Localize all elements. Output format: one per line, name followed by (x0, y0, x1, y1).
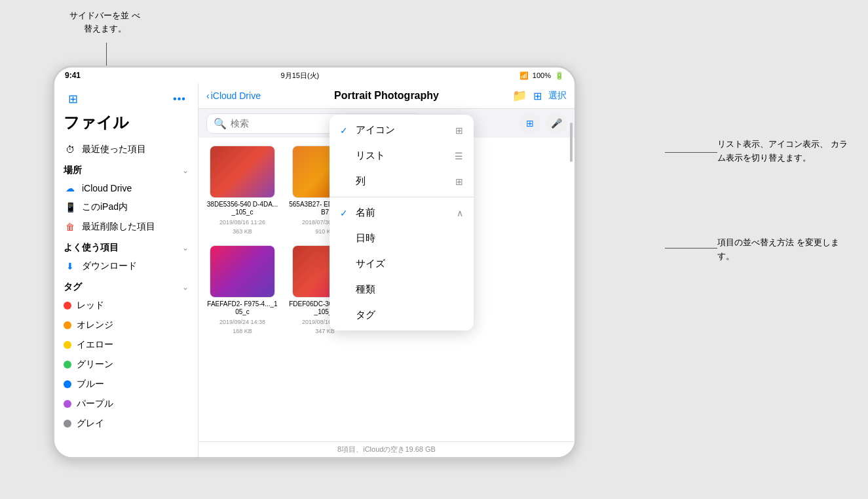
sidebar-tag-blue[interactable]: ブルー (54, 374, 198, 394)
file-item-4[interactable]: FAEFAFD2- F975-4..._105_c 2019/09/24 14:… (206, 245, 278, 334)
dropdown-item-icon-view[interactable]: ✓ アイコン ⊞ (330, 117, 474, 143)
downloads-label: ダウンロード (82, 260, 137, 272)
sidebar-item-icloud[interactable]: ☁ iCloud Drive (54, 179, 198, 197)
select-btn[interactable]: 選択 (548, 90, 567, 102)
favorites-chevron: ⌄ (182, 243, 189, 252)
annotation-line-h3 (665, 248, 717, 249)
dropdown-sort-size[interactable]: サイズ (330, 251, 474, 277)
file-size-5: 347 KB (315, 328, 335, 334)
battery-icon: 100% (533, 71, 551, 79)
tag-green-label: グリーン (77, 359, 113, 370)
nav-title: Portrait Photography (266, 90, 507, 102)
tag-dot-gray (64, 420, 71, 428)
status-right: 📶 100% 🔋 (519, 71, 564, 80)
dropdown-sort-name[interactable]: ✓ 名前 ∧ (330, 200, 474, 226)
main-layout: ⊞ ••• ファイル ⏱ 最近使った項目 場所 ⌄ ☁ iCloud Drive (54, 83, 575, 457)
status-bar: 9:41 9月15日(火) 📶 100% 🔋 (54, 68, 575, 83)
sidebar: ⊞ ••• ファイル ⏱ 最近使った項目 場所 ⌄ ☁ iCloud Drive (54, 83, 198, 457)
list-view-label: リスト (356, 150, 385, 162)
dropdown-item-column-view[interactable]: 列 ⊞ (330, 169, 474, 194)
mic-icon-btn[interactable]: 🎤 (546, 113, 567, 134)
list-view-icon: ☰ (455, 151, 463, 161)
file-date-1: 2019/08/16 11:26 (219, 219, 265, 226)
annotation-line-h2 (665, 152, 717, 153)
battery-bar: 🔋 (555, 71, 564, 80)
dropdown-sort-tag[interactable]: タグ (330, 302, 474, 328)
dropdown-sort-kind[interactable]: 種類 (330, 277, 474, 302)
sidebar-item-recents[interactable]: ⏱ 最近使った項目 (54, 140, 198, 159)
dropdown-sort-date[interactable]: 日時 (330, 226, 474, 251)
icon-view-label: アイコン (356, 124, 395, 136)
tag-red-label: レッド (77, 300, 104, 311)
sidebar-header: ⊞ ••• (54, 83, 198, 111)
trash-label: 最近削除した項目 (82, 221, 155, 233)
sidebar-title: ファイル (54, 111, 198, 140)
sidebar-more-btn[interactable]: ••• (170, 90, 189, 108)
file-date-4: 2019/09/24 14:38 (219, 319, 265, 325)
tag-gray-label: グレイ (77, 418, 104, 429)
file-thumb-4 (210, 245, 275, 298)
tags-chevron: ⌄ (182, 283, 189, 292)
sidebar-tag-red[interactable]: レッド (54, 296, 198, 315)
search-icon: 🔍 (214, 117, 227, 130)
ipad-icon: 📱 (64, 202, 77, 212)
tag-dot-yellow (64, 341, 71, 349)
content-area: ‹ iCloud Drive Portrait Photography 📁 ⊞ … (198, 83, 575, 457)
content-footer: 8項目、iCloudの空き19.68 GB (198, 441, 575, 457)
dropdown-menu: ✓ アイコン ⊞ リスト ☰ (330, 115, 474, 330)
tag-dot-blue (64, 380, 71, 388)
wifi-icon: 📶 (519, 71, 529, 80)
file-item-1[interactable]: 38DE5356-540 D-4DA..._105_c 2019/08/16 1… (206, 146, 278, 235)
dropdown-view-section: ✓ アイコン ⊞ リスト ☰ (330, 115, 474, 197)
file-size-1: 363 KB (233, 228, 252, 235)
file-thumb-1 (210, 146, 275, 198)
sidebar-tag-purple[interactable]: パープル (54, 394, 198, 414)
scrollbar-handle[interactable] (570, 123, 573, 162)
footer-text: 8項目、iCloudの空き19.68 GB (337, 445, 436, 453)
tag-blue-label: ブルー (77, 378, 104, 390)
tags-section-title: タグ (64, 281, 82, 293)
sidebar-tag-orange[interactable]: オレンジ (54, 315, 198, 335)
sidebar-tag-green[interactable]: グリーン (54, 355, 198, 374)
sort-date-label: 日時 (356, 232, 375, 245)
sidebar-item-trash[interactable]: 🗑 最近削除した項目 (54, 217, 198, 237)
sort-name-arrow: ∧ (457, 208, 463, 218)
sort-kind-label: 種類 (356, 283, 375, 296)
dropdown-sort-section: ✓ 名前 ∧ 日時 サイズ (330, 197, 474, 330)
tag-dot-purple (64, 400, 71, 408)
sidebar-tags-header: タグ ⌄ (54, 276, 198, 296)
icon-view-check: ✓ (340, 125, 350, 136)
new-folder-icon[interactable]: 📁 (512, 89, 527, 103)
download-icon: ⬇ (64, 261, 77, 271)
tag-yellow-label: イエロー (77, 339, 113, 351)
back-chevron-icon: ‹ (206, 90, 210, 101)
view-icon-btn[interactable]: ⊞ (519, 113, 540, 134)
tag-dot-green (64, 361, 71, 369)
sidebar-tag-gray[interactable]: グレイ (54, 414, 198, 433)
sidebar-toggle-btn[interactable]: ⊞ (64, 90, 82, 108)
annotation-sort-method: 項目の並べ替え方法 を変更します。 (717, 236, 848, 264)
status-time: 9:41 (65, 71, 81, 80)
tag-dot-red (64, 302, 71, 309)
sidebar-item-downloads[interactable]: ⬇ ダウンロード (54, 256, 198, 276)
locations-section-title: 場所 (64, 165, 82, 176)
annotation-view-switch: リスト表示、アイコン表示、 カラム表示を切り替えます。 (717, 138, 848, 165)
sidebar-favorites-header: よく使う項目 ⌄ (54, 237, 198, 256)
nav-bar: ‹ iCloud Drive Portrait Photography 📁 ⊞ … (198, 83, 575, 109)
file-name-1: 38DE5356-540 D-4DA..._105_c (206, 201, 278, 216)
tag-orange-label: オレンジ (77, 319, 113, 331)
tag-dot-orange (64, 321, 71, 329)
nav-actions: 📁 ⊞ 選択 (512, 89, 567, 103)
grid-view-icon[interactable]: ⊞ (533, 90, 542, 102)
sidebar-tag-yellow[interactable]: イエロー (54, 335, 198, 355)
sidebar-item-ipad[interactable]: 📱 このiPad内 (54, 197, 198, 217)
file-size-4: 168 KB (233, 328, 252, 334)
nav-back-btn[interactable]: ‹ iCloud Drive (206, 90, 261, 101)
sort-name-label: 名前 (356, 207, 375, 219)
icon-view-icon: ⊞ (455, 125, 463, 136)
status-date: 9月15日(火) (281, 71, 320, 81)
dropdown-item-list-view[interactable]: リスト ☰ (330, 143, 474, 169)
favorites-section-title: よく使う項目 (64, 242, 119, 254)
recents-label: 最近使った項目 (82, 144, 146, 155)
sort-size-label: サイズ (356, 258, 385, 270)
